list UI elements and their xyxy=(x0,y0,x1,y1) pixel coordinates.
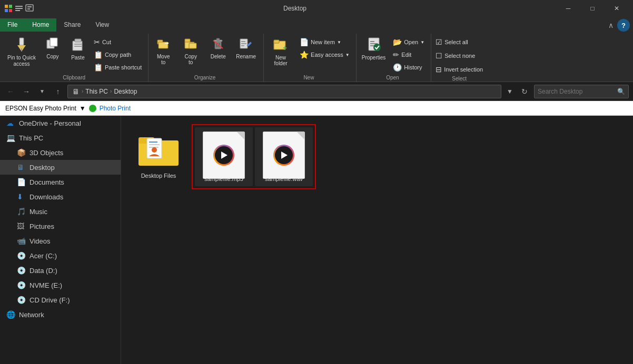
pin-icon xyxy=(14,37,29,54)
easy-access-button[interactable]: ⭐ Easy access ▼ xyxy=(298,49,352,60)
sidebar-item-acer[interactable]: 💿 Acer (C:) xyxy=(0,248,121,263)
cut-button[interactable]: ✂ Cut xyxy=(92,37,144,47)
sidebar-item-cddrive[interactable]: 💿 CD Drive (F:) xyxy=(0,292,121,307)
recent-locations-button[interactable]: ▼ xyxy=(36,85,48,98)
svg-rect-51 xyxy=(149,144,160,145)
move-to-label: Move to xyxy=(157,54,170,65)
select-none-icon: ☐ xyxy=(436,52,442,60)
pin-button-label: Pin to Quick access xyxy=(7,55,36,67)
selection-box: samplefile.mp3 samplefile.wav xyxy=(192,124,316,189)
svg-rect-36 xyxy=(241,45,244,46)
file-name-desktop-files: Desktop Files xyxy=(141,173,176,179)
tab-file[interactable]: File xyxy=(0,18,25,32)
copy-path-button[interactable]: 📋 Copy path xyxy=(92,49,144,60)
up-button[interactable]: ↑ xyxy=(52,85,64,98)
new-folder-icon: + xyxy=(273,37,289,54)
pin-to-quick-access-button[interactable]: Pin to Quick access xyxy=(4,35,39,69)
svg-text:+: + xyxy=(283,44,287,52)
music-label: Music xyxy=(29,208,47,216)
sidebar-item-data[interactable]: 💿 Data (D:) xyxy=(0,263,121,278)
sidebar-item-pictures[interactable]: 🖼 Pictures xyxy=(0,219,121,234)
rename-label: Rename xyxy=(236,54,256,59)
sidebar-item-thispc[interactable]: 💻 This PC xyxy=(0,130,121,145)
delete-icon xyxy=(211,37,225,53)
rename-button[interactable]: Rename xyxy=(233,35,259,62)
open-button[interactable]: 📂 Open ▼ xyxy=(391,37,427,47)
properties-button[interactable]: Properties xyxy=(359,35,389,63)
tab-share[interactable]: Share xyxy=(56,18,88,32)
nvme-label: NVME (E:) xyxy=(29,281,62,289)
new-folder-button[interactable]: + New folder xyxy=(266,35,295,68)
move-to-button[interactable]: Move to xyxy=(151,35,176,67)
copy-button[interactable]: Copy xyxy=(41,35,64,62)
svg-rect-4 xyxy=(15,6,23,7)
sidebar-item-3dobjects[interactable]: 📦 3D Objects xyxy=(0,145,121,160)
sidebar-item-network[interactable]: 🌐 Network xyxy=(0,307,121,322)
search-input[interactable] xyxy=(538,88,615,95)
easy-access-label: Easy access xyxy=(311,52,343,58)
svg-rect-43 xyxy=(370,41,374,42)
info-bar: EPSON Easy Photo Print ▼ Photo Print xyxy=(0,101,633,116)
path-computer-icon: 🖥 xyxy=(72,87,80,96)
thispc-label: This PC xyxy=(19,134,43,142)
edit-label: Edit xyxy=(401,52,411,58)
sidebar-item-nvme[interactable]: 💿 NVME (E:) xyxy=(0,278,121,292)
svg-rect-14 xyxy=(50,38,57,46)
select-all-button[interactable]: ☑ Select all xyxy=(433,37,485,47)
downloads-label: Downloads xyxy=(29,193,63,201)
sidebar-item-music[interactable]: 🎵 Music xyxy=(0,204,121,219)
organize-label: Organize xyxy=(194,75,216,80)
wav-icon xyxy=(263,132,305,174)
select-none-button[interactable]: ☐ Select none xyxy=(433,50,485,61)
videos-label: Videos xyxy=(29,237,51,245)
svg-rect-10 xyxy=(19,38,24,45)
pictures-label: Pictures xyxy=(29,223,54,230)
collapse-ribbon-button[interactable]: ∧ xyxy=(605,19,617,32)
path-sep-1: › xyxy=(82,88,83,94)
select-all-icon: ☑ xyxy=(436,38,442,46)
forward-button[interactable]: → xyxy=(20,85,33,98)
refresh-button[interactable]: ↻ xyxy=(518,85,531,98)
svg-rect-50 xyxy=(149,141,157,143)
wav-media-icon xyxy=(263,132,305,179)
info-bar-dropdown[interactable]: ▼ xyxy=(80,105,86,112)
title-bar-app-icons xyxy=(4,4,34,13)
clipboard-label: Clipboard xyxy=(63,75,85,80)
sidebar-item-documents[interactable]: 📄 Documents xyxy=(0,175,121,189)
paste-button[interactable]: Paste xyxy=(66,35,90,63)
edit-button[interactable]: ✏ Edit xyxy=(391,49,427,60)
history-button[interactable]: 🕐 History xyxy=(391,62,427,73)
back-button[interactable]: ← xyxy=(4,85,17,98)
close-button[interactable]: ✕ xyxy=(605,0,629,17)
file-item-desktop-files[interactable]: Desktop Files xyxy=(130,124,187,189)
address-path[interactable]: 🖥 › This PC › Desktop xyxy=(67,85,501,98)
sidebar-item-downloads[interactable]: ⬇ Downloads xyxy=(0,189,121,204)
copy-to-button[interactable]: Copy to xyxy=(178,35,203,67)
svg-rect-6 xyxy=(15,10,20,11)
delete-button[interactable]: Delete xyxy=(205,35,231,62)
info-bar-app-name: EPSON Easy Photo Print xyxy=(5,105,76,112)
minimize-button[interactable]: ─ xyxy=(556,0,580,17)
info-bar-photo-print[interactable]: Photo Print xyxy=(100,105,131,112)
file-item-mp3[interactable]: samplefile.mp3 xyxy=(195,127,253,186)
copy-to-icon xyxy=(184,37,197,53)
tab-view[interactable]: View xyxy=(88,18,116,32)
new-item-arrow: ▼ xyxy=(337,40,341,45)
file-item-wav[interactable]: samplefile.wav xyxy=(255,127,313,186)
maximize-button[interactable]: □ xyxy=(580,0,605,17)
desktop-label: Desktop xyxy=(29,164,55,171)
sidebar-item-desktop[interactable]: 🖥 Desktop xyxy=(0,160,121,175)
paste-shortcut-button[interactable]: 📋 Paste shortcut xyxy=(92,62,144,73)
sidebar-item-videos[interactable]: 📹 Videos xyxy=(0,234,121,248)
tab-home[interactable]: Home xyxy=(25,18,56,32)
address-expand-button[interactable]: ▼ xyxy=(505,85,515,98)
address-bar: ← → ▼ ↑ 🖥 › This PC › Desktop ▼ ↻ 🔍 xyxy=(0,82,633,101)
path-sep-2: › xyxy=(110,88,112,94)
invert-selection-button[interactable]: ⊟ Invert selection xyxy=(433,64,485,75)
svg-rect-8 xyxy=(27,6,32,7)
wav-play-triangle xyxy=(281,151,288,159)
sidebar-item-onedrive[interactable]: ☁ OneDrive - Personal xyxy=(0,116,121,130)
help-button[interactable]: ? xyxy=(617,19,630,32)
svg-rect-0 xyxy=(5,5,8,8)
new-item-button[interactable]: 📄 New item ▼ xyxy=(298,37,352,47)
